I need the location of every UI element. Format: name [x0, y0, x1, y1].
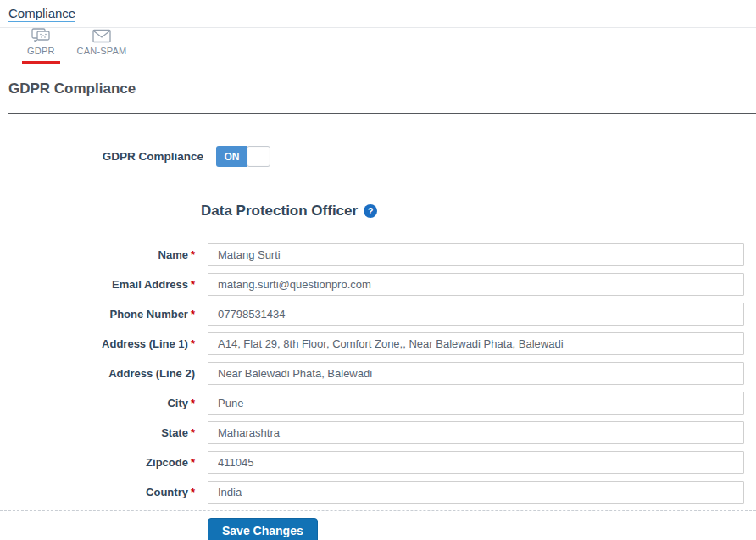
dpo-section-header: Data Protection Officer ? [201, 203, 756, 220]
country-field[interactable] [208, 481, 744, 504]
gdpr-compliance-toggle[interactable]: ON [216, 146, 270, 167]
tab-can-spam[interactable]: CAN-SPAM [72, 25, 132, 64]
tab-gdpr-label: GDPR [27, 46, 55, 56]
help-question-icon[interactable]: ? [364, 204, 377, 218]
tab-bar: GDPR CAN-SPAM [0, 28, 756, 64]
title-divider [8, 113, 756, 114]
name-field[interactable] [208, 243, 744, 266]
toggle-on-state: ON [216, 146, 247, 167]
form-row-email: Email Address* [0, 273, 756, 296]
required-marker: * [191, 426, 195, 439]
tab-can-spam-label: CAN-SPAM [77, 46, 127, 56]
zipcode-field[interactable] [208, 451, 744, 474]
address-line2-field[interactable] [208, 362, 744, 385]
address-line2-label: Address (Line 2) [0, 367, 195, 380]
required-marker: * [191, 456, 195, 469]
email-label: Email Address* [0, 278, 195, 291]
name-label: Name* [0, 248, 195, 261]
required-marker: * [191, 397, 195, 409]
gdpr-toggle-label: GDPR Compliance [0, 150, 203, 163]
save-button[interactable]: Save Changes [208, 518, 318, 540]
email-field[interactable] [208, 273, 744, 296]
address-line1-field[interactable] [208, 332, 744, 355]
form-row-zipcode: Zipcode* [0, 451, 756, 474]
phone-field[interactable] [208, 303, 744, 326]
form-row-address-line2: Address (Line 2) [0, 362, 756, 385]
form-row-state: State* [0, 421, 756, 444]
required-marker: * [191, 248, 195, 261]
form-row-city: City* [0, 392, 756, 415]
form-row-country: Country* [0, 481, 756, 504]
compliance-link[interactable]: Compliance [8, 6, 75, 22]
phone-label: Phone Number* [0, 308, 195, 320]
required-marker: * [191, 337, 195, 350]
tab-gdpr[interactable]: GDPR [22, 25, 60, 64]
form-row-name: Name* [0, 243, 756, 266]
country-label: Country* [0, 486, 195, 498]
required-marker: * [191, 308, 195, 320]
zipcode-label: Zipcode* [0, 456, 195, 469]
city-label: City* [0, 397, 195, 409]
address-line1-label: Address (Line 1)* [0, 337, 195, 350]
toggle-knob[interactable] [247, 146, 270, 167]
required-marker: * [191, 486, 195, 498]
envelope-icon [92, 28, 112, 43]
city-field[interactable] [208, 392, 744, 415]
page-title: GDPR Compliance [8, 81, 748, 97]
state-label: State* [0, 426, 195, 439]
required-marker: * [191, 278, 195, 291]
form-row-address-line1: Address (Line 1)* [0, 332, 756, 355]
gdpr-toggle-row: GDPR Compliance ON [0, 146, 756, 167]
state-field[interactable] [208, 421, 744, 444]
dpo-section-title: Data Protection Officer [201, 203, 358, 220]
dpo-form: Name* Email Address* Phone Number* Addre… [0, 243, 756, 504]
gdpr-icon [31, 28, 51, 43]
footer-divider [0, 510, 756, 511]
form-row-phone: Phone Number* [0, 303, 756, 326]
